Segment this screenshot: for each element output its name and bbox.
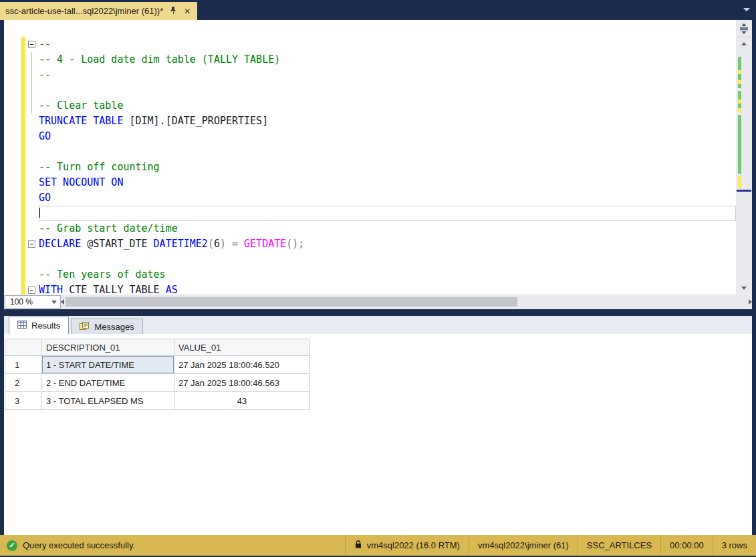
code-line[interactable]: TRUNCATE TABLE [DIM].[DATE_PROPERTIES]	[4, 114, 736, 129]
code-line-text: GO	[39, 190, 736, 206]
change-annotation-mark	[738, 80, 741, 84]
outlining-margin	[25, 190, 39, 206]
grid-header-row: DESCRIPTION_01VALUE_01	[5, 339, 310, 356]
code-line-text: GO	[39, 129, 736, 144]
results-grid: DESCRIPTION_01VALUE_0111 - START DATE/TI…	[5, 339, 310, 410]
indicator-margin	[4, 52, 21, 67]
code-line[interactable]: -- 4 - Load date dim table (TALLY TABLE)	[4, 52, 736, 67]
code-line[interactable]	[4, 252, 736, 267]
code-line-text: --	[39, 67, 736, 83]
code-line[interactable]: SET NOCOUNT ON	[4, 175, 736, 190]
scroll-right-button[interactable]	[749, 296, 752, 309]
grid-cell[interactable]: 1 - START DATE/TIME	[42, 356, 174, 374]
horizontal-scrollbar-thumb[interactable]	[66, 297, 517, 307]
code-line[interactable]: -- Turn off counting	[4, 160, 736, 175]
code-line-text: -- Ten years of dates	[39, 267, 736, 283]
code-line[interactable]: WITH CTE_TALLY_TABLE AS	[4, 283, 736, 295]
code-line[interactable]: DECLARE @START_DTE DATETIME2(6) = GETDAT…	[4, 236, 736, 252]
grid-cell[interactable]: 27 Jan 2025 18:00:46.563	[174, 374, 310, 392]
column-header[interactable]: VALUE_01	[174, 339, 310, 356]
fold-collapse-box[interactable]	[28, 41, 35, 48]
code-line[interactable]	[4, 144, 736, 160]
status-rowcount: 3 rows	[713, 535, 756, 556]
up-arrow-icon	[741, 42, 747, 45]
code-line[interactable]	[4, 206, 736, 221]
code-line[interactable]: -- Clear table	[4, 98, 736, 114]
scroll-up-button[interactable]	[736, 37, 752, 50]
code-line[interactable]: GO	[4, 190, 736, 206]
row-number-header[interactable]	[5, 339, 42, 356]
code-line-text: SET NOCOUNT ON	[39, 175, 736, 190]
tab-messages[interactable]: Messages	[71, 319, 142, 334]
ssms-window: ssc-article-use-tall...sql2022\jminer (6…	[0, 0, 756, 557]
code-line-text: WITH CTE_TALLY_TABLE AS	[39, 283, 736, 295]
status-login: vm4sql2022\jminer (61)	[469, 535, 578, 556]
grid-body: 11 - START DATE/TIME27 Jan 2025 18:00:46…	[5, 356, 310, 410]
scroll-down-button[interactable]	[736, 282, 752, 295]
code-line[interactable]: GO	[4, 129, 736, 144]
status-server-label: vm4sql2022 (16.0 RTM)	[367, 540, 460, 550]
document-tab[interactable]: ssc-article-use-tall...sql2022\jminer (6…	[0, 2, 197, 20]
split-editor-handle[interactable]	[736, 20, 752, 37]
grid-cell[interactable]: 2 - END DATE/TIME	[42, 374, 174, 392]
outlining-margin	[25, 67, 39, 83]
code-line-text: DECLARE @START_DTE DATETIME2(6) = GETDAT…	[39, 236, 736, 252]
fold-collapse-box[interactable]	[28, 240, 35, 248]
outlining-margin	[25, 83, 39, 98]
indicator-margin	[4, 267, 21, 283]
row-number[interactable]: 1	[5, 356, 42, 374]
code-line-text: --	[39, 37, 736, 52]
indicator-margin	[4, 37, 21, 52]
indicator-margin	[4, 236, 21, 252]
close-icon[interactable]: ✕	[184, 7, 191, 15]
right-arrow-icon	[749, 299, 752, 305]
code-line-text: -- Grab start date/time	[39, 221, 736, 236]
tab-results[interactable]: Results	[9, 317, 69, 334]
grid-cell[interactable]: 43	[174, 392, 310, 410]
code-line[interactable]: --	[4, 37, 736, 52]
grid-cell[interactable]: 27 Jan 2025 18:00:46.520	[174, 356, 310, 374]
caret-position-marker	[737, 190, 751, 192]
outlining-margin	[25, 160, 39, 175]
code-line-text: -- 4 - Load date dim table (TALLY TABLE)	[39, 52, 736, 67]
scrollbar-track[interactable]	[736, 50, 752, 282]
code-line-text	[39, 206, 736, 221]
column-header[interactable]: DESCRIPTION_01	[42, 339, 174, 356]
outlining-margin	[25, 129, 39, 144]
messages-icon	[80, 322, 90, 332]
status-message: Query executed successfully.	[23, 540, 135, 550]
results-grid-icon	[17, 321, 27, 331]
document-tab-bar: ssc-article-use-tall...sql2022\jminer (6…	[0, 0, 756, 20]
row-number[interactable]: 3	[5, 392, 42, 410]
outlining-margin	[25, 283, 39, 295]
code-line[interactable]: --	[4, 67, 736, 83]
sql-editor[interactable]: ---- 4 - Load date dim table (TALLY TABL…	[4, 20, 736, 295]
code-line[interactable]	[4, 83, 736, 98]
outlining-margin	[25, 114, 39, 129]
tab-list-dropdown-icon[interactable]	[743, 8, 750, 11]
indicator-margin	[4, 175, 21, 190]
zoom-dropdown-icon	[51, 301, 57, 304]
editor-horizontal-scrollbar: 100 %	[4, 295, 752, 309]
grid-cell[interactable]: 3 - TOTAL ELAPSED MS	[42, 392, 174, 410]
editor-vertical-scrollbar[interactable]	[736, 20, 752, 295]
zoom-level-select[interactable]: 100 %	[5, 295, 61, 309]
change-annotation-mark	[738, 108, 741, 112]
grid-row: 11 - START DATE/TIME27 Jan 2025 18:00:46…	[5, 356, 310, 374]
change-annotation-mark	[738, 100, 741, 104]
code-line-text	[39, 83, 736, 98]
pin-icon[interactable]	[170, 6, 177, 17]
indicator-margin	[4, 144, 21, 160]
change-annotation-mark	[738, 115, 741, 174]
zoom-value: 100 %	[10, 297, 33, 307]
outlining-margin	[25, 98, 39, 114]
change-annotation-mark	[738, 70, 741, 74]
code-line[interactable]: -- Ten years of dates	[4, 267, 736, 283]
status-bar: ✓ Query executed successfully. vm4sql202…	[0, 535, 756, 556]
row-number[interactable]: 2	[5, 374, 42, 392]
horizontal-scrollbar-track[interactable]	[64, 295, 749, 309]
outlining-margin	[25, 37, 39, 52]
code-line-text: -- Turn off counting	[39, 160, 736, 175]
code-line[interactable]: -- Grab start date/time	[4, 221, 736, 236]
fold-collapse-box[interactable]	[28, 287, 35, 294]
